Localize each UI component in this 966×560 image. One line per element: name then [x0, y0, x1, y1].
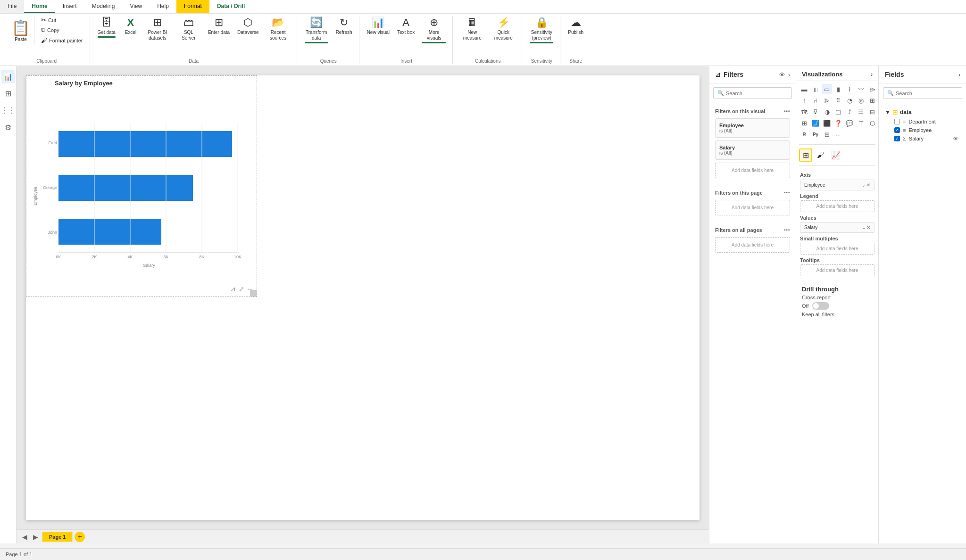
- cross-report-toggle[interactable]: [812, 302, 829, 310]
- values-field-remove[interactable]: ✕: [866, 225, 870, 230]
- axis-field[interactable]: Employee ⌄ ✕: [800, 180, 874, 190]
- sidebar-icon-report[interactable]: 📊: [1, 70, 15, 83]
- text-box-button[interactable]: A Text box: [394, 16, 417, 53]
- viz-stacked-column[interactable]: ⌇: [844, 84, 855, 94]
- viz-treemap[interactable]: ⊞: [867, 95, 877, 106]
- small-multiples-add[interactable]: Add data fields here: [800, 243, 874, 255]
- filters-search-input[interactable]: [726, 91, 791, 96]
- page-prev[interactable]: ◀: [20, 533, 29, 541]
- paste-button[interactable]: 📋 Paste: [8, 16, 34, 45]
- quick-measure-button[interactable]: ⚡ Quick measure: [489, 16, 518, 53]
- tab-view[interactable]: View: [122, 0, 150, 13]
- viz-scatter[interactable]: ⠿: [833, 95, 843, 106]
- copy-button[interactable]: ⧉ Copy: [38, 25, 86, 35]
- viz-key-influencer[interactable]: ⬡: [867, 118, 877, 128]
- viz-funnel[interactable]: ⊽: [810, 107, 821, 117]
- salary-checkbox[interactable]: ✓: [894, 136, 900, 141]
- more-visuals-button[interactable]: ⊕ More visuals: [419, 16, 449, 53]
- viz-map[interactable]: 🗺: [799, 107, 809, 117]
- filter-card-employee[interactable]: Employee is (All): [715, 118, 790, 138]
- viz-ribbon[interactable]: ⑁: [810, 95, 821, 106]
- viz-table[interactable]: ⊟: [867, 107, 877, 117]
- viz-analytics-icon[interactable]: 📈: [829, 148, 842, 162]
- tab-insert[interactable]: Insert: [55, 0, 84, 13]
- viz-matrix[interactable]: ⊞: [799, 118, 809, 128]
- sidebar-icon-data[interactable]: ⊞: [1, 87, 15, 100]
- viz-more[interactable]: ···: [833, 129, 843, 140]
- sidebar-icon-model[interactable]: ⋮⋮: [1, 104, 15, 117]
- add-page-button[interactable]: +: [75, 532, 85, 542]
- fields-search-input[interactable]: [896, 91, 961, 96]
- viz-smart-narrative[interactable]: 💬: [844, 118, 855, 128]
- viz-donut[interactable]: ◎: [856, 95, 866, 106]
- excel-button[interactable]: X Excel: [120, 16, 141, 53]
- fields-item-employee[interactable]: ✓ ≡ Employee: [883, 126, 962, 134]
- sql-server-button[interactable]: 🗃 SQL Server: [174, 16, 203, 53]
- viz-power-apps[interactable]: ⊞: [822, 129, 832, 140]
- fields-item-department[interactable]: ≡ Department: [883, 117, 962, 126]
- tab-modeling[interactable]: Modeling: [84, 0, 123, 13]
- viz-decomp-tree[interactable]: ⊤: [856, 118, 866, 128]
- salary-eye-icon[interactable]: 👁: [953, 136, 958, 141]
- fields-expand-icon[interactable]: ›: [958, 71, 960, 78]
- viz-card[interactable]: ▢: [833, 107, 843, 117]
- tab-datadrill[interactable]: Data / Drill: [209, 0, 252, 13]
- viz-expand-icon[interactable]: ›: [871, 71, 873, 78]
- filter-card-salary[interactable]: Salary is (All): [715, 140, 790, 160]
- values-field-dropdown[interactable]: ⌄: [862, 225, 866, 230]
- enter-data-button[interactable]: ⊞ Enter data: [205, 16, 233, 53]
- viz-line-chart[interactable]: 〰: [856, 84, 866, 94]
- dataverse-button[interactable]: ⬡ Dataverse: [234, 16, 262, 53]
- page-next[interactable]: ▶: [31, 533, 40, 541]
- legend-add[interactable]: Add data fields here: [800, 200, 874, 212]
- sidebar-icon-dax[interactable]: ⚙: [1, 121, 15, 134]
- axis-field-dropdown[interactable]: ⌄: [862, 182, 866, 188]
- viz-area-chart[interactable]: ⌲: [867, 84, 877, 94]
- viz-qanda[interactable]: ❓: [833, 118, 843, 128]
- filters-expand-icon[interactable]: ›: [788, 71, 790, 78]
- cut-button[interactable]: ✂ Cut: [38, 16, 86, 25]
- filters-on-page-more[interactable]: ···: [784, 189, 790, 197]
- axis-field-remove[interactable]: ✕: [866, 182, 870, 188]
- add-filter-page[interactable]: Add data fields here: [715, 200, 790, 215]
- tab-format[interactable]: Format: [176, 0, 209, 13]
- department-checkbox[interactable]: [894, 119, 900, 124]
- fields-group-data-header[interactable]: ▼ ⊞ data: [883, 107, 962, 117]
- filter-chart-icon[interactable]: ⊿: [230, 285, 236, 293]
- filters-on-all-more[interactable]: ···: [784, 226, 790, 234]
- new-visual-button[interactable]: 📊 New visual: [364, 16, 392, 53]
- viz-gauge[interactable]: ◑: [822, 107, 832, 117]
- page-tab-1[interactable]: Page 1: [42, 532, 73, 542]
- add-filter-visual[interactable]: Add data fields here: [715, 163, 790, 178]
- recent-sources-button[interactable]: 📂 Recent sources: [264, 16, 293, 53]
- new-measure-button[interactable]: 🖩 New measure: [458, 16, 487, 53]
- filters-search-box[interactable]: 🔍: [713, 87, 792, 99]
- filters-eye-icon[interactable]: 👁: [779, 71, 785, 78]
- viz-filled-map[interactable]: ⬛: [822, 118, 832, 128]
- viz-python[interactable]: Py: [810, 129, 821, 140]
- viz-line-cluster[interactable]: ⫿: [799, 95, 809, 106]
- fields-item-salary[interactable]: ✓ Σ Salary 👁: [883, 134, 962, 143]
- tooltips-add[interactable]: Add data fields here: [800, 264, 874, 276]
- viz-azure-map[interactable]: 🗾: [810, 118, 821, 128]
- viz-r-visual[interactable]: R: [799, 129, 809, 140]
- tab-home[interactable]: Home: [24, 0, 55, 13]
- fields-search-box[interactable]: 🔍: [883, 87, 962, 99]
- viz-format-icon[interactable]: 🖌: [814, 148, 827, 162]
- tab-file[interactable]: File: [0, 0, 24, 13]
- employee-checkbox[interactable]: ✓: [894, 127, 900, 133]
- viz-pie[interactable]: ◔: [844, 95, 855, 106]
- get-data-button[interactable]: 🗄 Get data: [95, 16, 118, 53]
- sensitivity-button[interactable]: 🔒 Sensitivity (preview): [527, 16, 556, 53]
- refresh-button[interactable]: ↻ Refresh: [333, 16, 355, 53]
- viz-clustered-bar[interactable]: ⫼: [810, 84, 821, 94]
- focus-chart-icon[interactable]: ⤢: [239, 285, 244, 293]
- viz-column-chart[interactable]: ▮: [833, 84, 843, 94]
- viz-bar-chart[interactable]: ▭: [822, 84, 832, 94]
- viz-waterfall[interactable]: ⫸: [822, 95, 832, 106]
- publish-button[interactable]: ☁ Publish: [565, 16, 586, 53]
- viz-kpi[interactable]: ⤴: [844, 107, 855, 117]
- tab-help[interactable]: Help: [150, 0, 176, 13]
- format-painter-button[interactable]: 🖌 Format painter: [38, 36, 86, 45]
- values-field[interactable]: Salary ⌄ ✕: [800, 222, 874, 233]
